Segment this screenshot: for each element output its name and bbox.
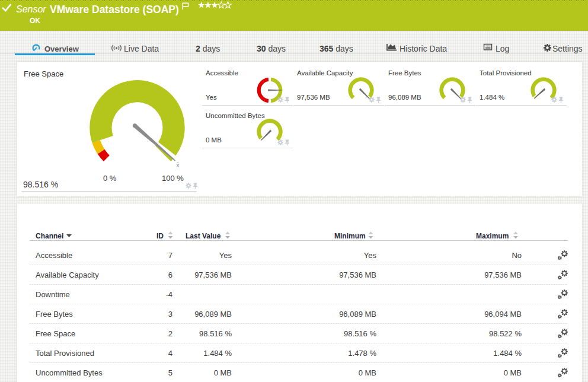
svg-text:x̄: x̄ (176, 161, 180, 168)
